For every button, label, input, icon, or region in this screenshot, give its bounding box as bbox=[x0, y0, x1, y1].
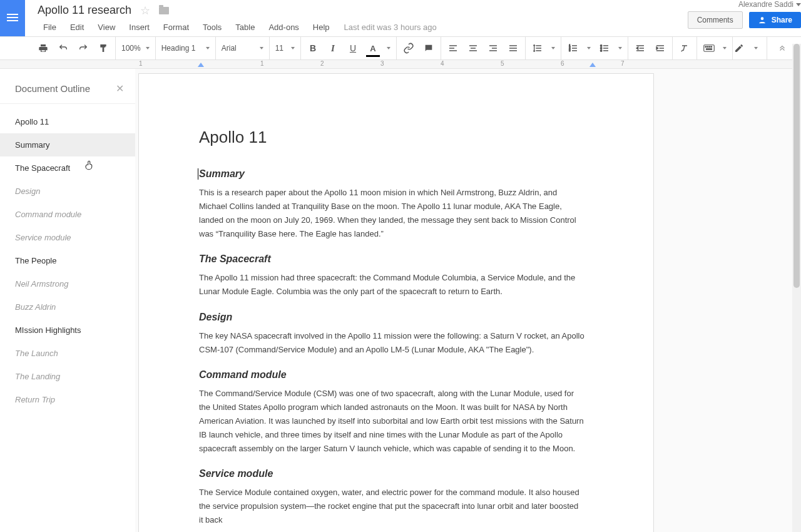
docs-logo[interactable] bbox=[0, 0, 25, 36]
doc-paragraph[interactable]: The Service Module contained oxygen, wat… bbox=[199, 486, 584, 527]
ruler-tick: 6 bbox=[561, 60, 564, 67]
font-select[interactable]: Arial bbox=[222, 44, 263, 53]
doc-paragraph[interactable]: The Apollo 11 mission had three spacecra… bbox=[199, 271, 584, 299]
outline-item[interactable]: Service module bbox=[0, 226, 135, 249]
outline-item[interactable]: The People bbox=[0, 249, 135, 272]
menu-edit[interactable]: Edit bbox=[64, 21, 89, 34]
doc-paragraph[interactable]: This is a research paper about the Apoll… bbox=[199, 186, 584, 241]
close-icon[interactable]: ✕ bbox=[116, 83, 124, 95]
doc-paragraph[interactable]: The Command/Service Module (CSM) was one… bbox=[199, 387, 584, 456]
svg-point-5 bbox=[600, 48, 602, 49]
comments-button[interactable]: Comments bbox=[688, 11, 743, 29]
document-canvas[interactable]: Apollo 11 SummaryThis is a research pape… bbox=[135, 69, 801, 532]
align-right-icon[interactable] bbox=[487, 42, 499, 54]
outline-item[interactable]: Command module bbox=[0, 203, 135, 226]
user-menu[interactable]: Alexandre Saddi bbox=[738, 0, 801, 9]
title-area: Apollo 11 research ☆ File Edit View Inse… bbox=[25, 0, 688, 34]
text-color-button[interactable]: A bbox=[367, 42, 379, 54]
indent-left-marker[interactable] bbox=[198, 63, 204, 67]
page[interactable]: Apollo 11 SummaryThis is a research pape… bbox=[139, 74, 653, 532]
outline-item[interactable]: Apollo 11 bbox=[0, 110, 135, 133]
outline-item[interactable]: MIssion Highlights bbox=[0, 319, 135, 342]
svg-rect-11 bbox=[711, 46, 712, 48]
svg-rect-7 bbox=[704, 45, 715, 52]
text-color-caret[interactable] bbox=[387, 47, 390, 49]
outline-item[interactable]: The Launch bbox=[0, 342, 135, 365]
scrollbar-thumb[interactable] bbox=[793, 44, 800, 288]
print-icon[interactable] bbox=[37, 42, 49, 54]
outline-item[interactable]: Return Trip bbox=[0, 388, 135, 411]
outline-panel: Document Outline ✕ Apollo 11SummaryThe S… bbox=[0, 69, 135, 532]
font-size-select[interactable]: 11 bbox=[275, 44, 295, 53]
link-icon[interactable] bbox=[402, 42, 415, 54]
menu-addons[interactable]: Add-ons bbox=[263, 21, 304, 34]
document-title[interactable]: Apollo 11 research bbox=[38, 4, 131, 17]
outdent-icon[interactable] bbox=[634, 42, 646, 54]
comment-icon[interactable] bbox=[422, 42, 435, 54]
bold-button[interactable]: B bbox=[307, 42, 319, 54]
outline-item[interactable]: Buzz Aldrin bbox=[0, 295, 135, 319]
underline-button[interactable]: U bbox=[347, 42, 359, 54]
ruler-tick: 3 bbox=[380, 60, 384, 67]
editing-mode-icon[interactable] bbox=[733, 42, 745, 54]
svg-text:3: 3 bbox=[569, 49, 571, 52]
bulleted-list-icon[interactable] bbox=[598, 42, 611, 54]
menu-bar: File Edit View Insert Format Tools Table… bbox=[38, 21, 688, 34]
indent-icon[interactable] bbox=[654, 42, 666, 54]
svg-rect-12 bbox=[707, 49, 712, 50]
outline-item[interactable]: The Spacecraft bbox=[0, 156, 135, 180]
indent-right-marker[interactable] bbox=[589, 63, 596, 67]
ruler-tick: 1 bbox=[139, 60, 143, 67]
input-tools-icon[interactable] bbox=[703, 42, 715, 54]
align-center-icon[interactable] bbox=[467, 42, 479, 54]
doc-heading-2[interactable]: The Spacecraft bbox=[199, 253, 584, 265]
star-icon[interactable]: ☆ bbox=[140, 5, 150, 16]
doc-heading-2[interactable]: Service module bbox=[199, 468, 584, 479]
menu-tools[interactable]: Tools bbox=[197, 21, 227, 34]
ruler-tick: 7 bbox=[621, 60, 625, 67]
doc-heading-2[interactable]: Command module bbox=[199, 369, 584, 381]
folder-icon[interactable] bbox=[159, 7, 169, 14]
line-spacing-icon[interactable] bbox=[531, 42, 544, 54]
outline-item[interactable]: The Landing bbox=[0, 365, 135, 388]
menu-format[interactable]: Format bbox=[158, 21, 195, 34]
align-left-icon[interactable] bbox=[447, 42, 459, 54]
doc-paragraph[interactable]: The key NASA spacecraft involved in the … bbox=[199, 329, 584, 357]
outline-item[interactable]: Design bbox=[0, 180, 135, 203]
share-button[interactable]: Share bbox=[749, 12, 801, 28]
input-tools-caret[interactable] bbox=[723, 47, 727, 49]
doc-heading-2[interactable]: Summary bbox=[198, 168, 584, 180]
undo-icon[interactable] bbox=[57, 42, 69, 54]
caret-down-icon bbox=[796, 3, 801, 6]
menu-table[interactable]: Table bbox=[230, 21, 260, 34]
editing-mode-caret[interactable] bbox=[754, 47, 758, 49]
share-icon bbox=[758, 16, 767, 24]
align-justify-icon[interactable] bbox=[507, 42, 519, 54]
doc-heading-2[interactable]: Design bbox=[199, 312, 584, 323]
doc-heading-1[interactable]: Apollo 11 bbox=[199, 128, 584, 147]
clear-format-icon[interactable] bbox=[678, 42, 691, 54]
svg-point-0 bbox=[760, 17, 763, 20]
outline-item[interactable]: Summary bbox=[0, 133, 135, 156]
redo-icon[interactable] bbox=[77, 42, 89, 54]
line-spacing-caret[interactable] bbox=[551, 47, 555, 49]
numbered-list-icon[interactable]: 123 bbox=[567, 42, 579, 54]
bulleted-caret[interactable] bbox=[618, 47, 622, 49]
collapse-toolbar-icon[interactable] bbox=[776, 42, 788, 54]
menu-help[interactable]: Help bbox=[307, 21, 335, 34]
toolbar: 100% Heading 1 Arial 11 B I U A 123 bbox=[0, 36, 801, 60]
menu-insert[interactable]: Insert bbox=[123, 21, 155, 34]
paint-format-icon[interactable] bbox=[97, 42, 110, 54]
main-area: Document Outline ✕ Apollo 11SummaryThe S… bbox=[0, 69, 801, 532]
ruler-tick: 4 bbox=[441, 60, 444, 67]
numbered-caret[interactable] bbox=[587, 47, 591, 49]
scrollbar-vertical[interactable] bbox=[792, 44, 801, 532]
svg-rect-8 bbox=[705, 46, 707, 48]
menu-file[interactable]: File bbox=[38, 21, 62, 34]
outline-item[interactable]: Neil Armstrong bbox=[0, 272, 135, 295]
menu-view[interactable]: View bbox=[92, 21, 121, 34]
italic-button[interactable]: I bbox=[327, 42, 339, 54]
zoom-select[interactable]: 100% bbox=[121, 44, 150, 53]
ruler[interactable]: 1 1 2 3 4 5 6 7 bbox=[0, 60, 801, 69]
style-select[interactable]: Heading 1 bbox=[161, 44, 210, 53]
